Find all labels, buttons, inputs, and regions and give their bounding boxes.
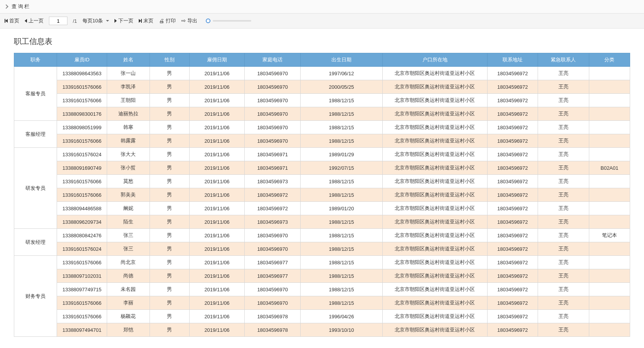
cell-job: 研发经理: [14, 229, 57, 256]
cell-gender: 男: [150, 202, 190, 215]
cell-emerg: 王亮: [538, 121, 589, 134]
next-page-button[interactable]: 下一页: [114, 17, 133, 24]
cell-birth: 1988/12/15: [301, 121, 382, 134]
per-page-dropdown[interactable]: 每页10条: [82, 17, 109, 24]
cell-id: 13391601576066: [57, 188, 107, 202]
cell-name: 陌生: [107, 215, 150, 229]
export-button[interactable]: 导出: [181, 17, 197, 24]
chevron-down-icon: [106, 20, 109, 22]
cell-emerg: 王亮: [538, 310, 589, 323]
print-icon: [159, 18, 164, 24]
query-bar[interactable]: 查 询 栏: [0, 0, 644, 14]
cell-emerg: 王亮: [538, 134, 589, 148]
chevron-right-icon[interactable]: [4, 4, 8, 8]
cell-contact: 18034596972: [488, 80, 538, 94]
print-button[interactable]: 打印: [159, 17, 176, 24]
cell-emerg: 王亮: [538, 161, 589, 175]
cell-contact: 18034596972: [488, 175, 538, 188]
prev-page-label: 上一页: [29, 17, 44, 24]
last-page-button[interactable]: 末页: [139, 17, 153, 24]
cell-addr: 北京市朝阳区奥运村街道亚运村小区: [382, 121, 488, 134]
cell-addr: 北京市朝阳区奥运村街道亚运村小区: [382, 229, 488, 242]
cell-hire: 2019/11/06: [189, 323, 244, 337]
cell-birth: 1997/06/12: [301, 67, 382, 80]
table-row: 13388096209734陌生男2019/11/061803459697319…: [14, 215, 630, 229]
cell-contact: 18034596972: [488, 202, 538, 215]
cell-cat: [589, 202, 630, 215]
cell-emerg: 王亮: [538, 323, 589, 337]
cell-id: 13388094486588: [57, 202, 107, 215]
cell-contact: 18034596972: [488, 134, 538, 148]
cell-phone: 18034596977: [245, 269, 301, 283]
cell-phone: 18034596978: [245, 323, 301, 337]
cell-birth: 1988/12/15: [301, 269, 382, 283]
table-row: 13391601576066李丽男2019/11/061803459697019…: [14, 296, 630, 310]
table-row: 13388097749715未名园男2019/11/06180345969701…: [14, 283, 630, 296]
cell-addr: 北京市朝阳区奥运村街道亚运村小区: [382, 80, 488, 94]
query-bar-label: 查 询 栏: [12, 3, 29, 10]
cell-cat: [589, 283, 630, 296]
cell-id: 13391601576066: [57, 94, 107, 107]
slider-handle-icon[interactable]: [206, 19, 210, 23]
cell-phone: 18034596971: [245, 161, 301, 175]
cell-addr: 北京市朝阳区奥运村街道亚运村小区: [382, 67, 488, 80]
cell-name: 张三: [107, 242, 150, 256]
prev-page-button[interactable]: 上一页: [25, 17, 44, 24]
table-row: 财务专员13391601576066尚北京男2019/11/0618034596…: [14, 256, 630, 269]
cell-phone: 18034596972: [245, 188, 301, 202]
cell-name: 王朝阳: [107, 94, 150, 107]
cell-emerg: 王亮: [538, 229, 589, 242]
cell-contact: 18034596972: [488, 229, 538, 242]
cell-cat: [589, 67, 630, 80]
cell-phone: 18034596970: [245, 134, 301, 148]
cell-addr: 北京市朝阳区奥运村街道亚运村小区: [382, 188, 488, 202]
table-body: 客服专员13388098643563张一山男2019/11/0618034596…: [14, 67, 630, 337]
first-page-button[interactable]: 首页: [5, 17, 19, 24]
zoom-slider[interactable]: [206, 19, 251, 23]
cell-emerg: 王亮: [538, 80, 589, 94]
cell-emerg: 王亮: [538, 215, 589, 229]
col-cat: 分类: [589, 53, 630, 67]
cell-name: 韩露露: [107, 134, 150, 148]
cell-phone: 18034596970: [245, 283, 301, 296]
cell-name: 尚德: [107, 269, 150, 283]
cell-cat: [589, 296, 630, 310]
cell-gender: 男: [150, 242, 190, 256]
cell-contact: 18034596972: [488, 161, 538, 175]
page-number-input[interactable]: [49, 17, 67, 25]
cell-addr: 北京市朝阳区奥运村街道亚运村小区: [382, 269, 488, 283]
page-total-label: /1: [73, 18, 77, 24]
cell-contact: 18034596972: [488, 121, 538, 134]
cell-id: 13388096209734: [57, 215, 107, 229]
col-emerg: 紧急联系人: [538, 53, 589, 67]
cell-contact: 18034596972: [488, 242, 538, 256]
table-row: 13391601576066莫愁男2019/11/061803459697319…: [14, 175, 630, 188]
first-page-label: 首页: [9, 17, 19, 24]
cell-cat: [589, 134, 630, 148]
cell-contact: 18034596972: [488, 188, 538, 202]
cell-phone: 18034596971: [245, 148, 301, 161]
cell-cat: 笔记本: [589, 229, 630, 242]
table-row: 客服专员13388098643563张一山男2019/11/0618034596…: [14, 67, 630, 80]
cell-gender: 男: [150, 269, 190, 283]
cell-emerg: 王亮: [538, 296, 589, 310]
cell-hire: 2019/11/06: [189, 269, 244, 283]
per-page-label: 每页10条: [82, 17, 103, 24]
col-name: 姓名: [107, 53, 150, 67]
cell-hire: 2019/11/06: [189, 188, 244, 202]
cell-hire: 2019/11/06: [189, 229, 244, 242]
col-addr: 户口所在地: [382, 53, 488, 67]
cell-id: 13388098051999: [57, 121, 107, 134]
cell-birth: 1993/10/10: [301, 323, 382, 337]
cell-gender: 男: [150, 107, 190, 121]
table-row: 13388098300176迪丽热拉男2019/11/0618034596970…: [14, 107, 630, 121]
cell-id: 13388091690749: [57, 161, 107, 175]
cell-gender: 男: [150, 188, 190, 202]
cell-hire: 2019/11/06: [189, 202, 244, 215]
cell-id: 13391601576066: [57, 175, 107, 188]
cell-birth: 2000/05/25: [301, 80, 382, 94]
cell-gender: 男: [150, 323, 190, 337]
cell-emerg: 王亮: [538, 107, 589, 121]
cell-hire: 2019/11/06: [189, 296, 244, 310]
cell-gender: 男: [150, 161, 190, 175]
